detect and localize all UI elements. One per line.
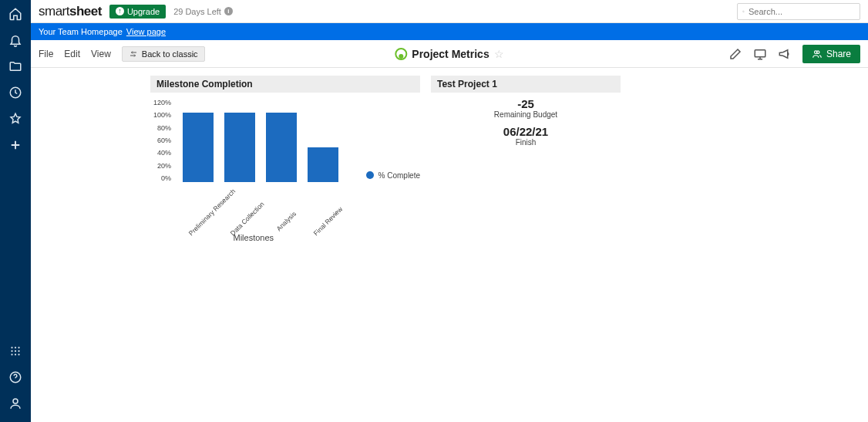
account-icon[interactable] [8, 396, 23, 411]
widget1-title: Milestone Completion [150, 76, 420, 93]
search-input[interactable] [749, 7, 855, 16]
page-title-group: Project Metrics ☆ [395, 48, 503, 60]
favorite-star-icon[interactable]: ☆ [494, 48, 504, 60]
share-button[interactable]: Share [802, 45, 860, 63]
add-icon[interactable] [8, 137, 23, 153]
chart-bar [266, 113, 297, 182]
chart-legend: % Complete [357, 93, 420, 242]
search-icon [742, 7, 745, 16]
upgrade-arrow-icon: ↑ [116, 7, 124, 15]
svg-point-3 [18, 346, 19, 348]
widget-test-project: Test Project 1 -25 Remaining Budget 06/2… [431, 76, 621, 242]
chart-y-tick: 100% [153, 111, 171, 119]
svg-point-12 [743, 11, 745, 12]
metric-finish-label: Finish [431, 138, 621, 147]
share-label: Share [826, 49, 851, 59]
bar-chart: 120%100%80%60%40%20%0% [150, 93, 357, 185]
announce-icon[interactable] [778, 47, 792, 61]
svg-point-9 [18, 353, 19, 355]
chart-x-axis: Preliminary ResearchData CollectionAnaly… [150, 188, 357, 196]
dashboard-content: Milestone Completion 120%100%80%60%40%20… [31, 68, 868, 422]
chart-bar [308, 147, 338, 182]
present-icon[interactable] [753, 47, 767, 61]
banner-view-link[interactable]: View page [126, 27, 166, 36]
team-banner: Your Team Homepage View page [31, 23, 868, 40]
chart-y-tick: 80% [157, 124, 171, 132]
chart-y-tick: 20% [157, 162, 171, 170]
brand-logo[interactable]: smartsheet [39, 4, 102, 19]
metric-budget-value: -25 [431, 97, 621, 110]
widget-milestone-completion: Milestone Completion 120%100%80%60%40%20… [150, 76, 420, 242]
metric-finish-value: 06/22/21 [431, 125, 621, 138]
svg-point-11 [13, 399, 18, 403]
svg-point-2 [15, 346, 16, 348]
back-label: Back to classic [142, 49, 198, 59]
legend-dot-icon [366, 171, 374, 179]
svg-rect-13 [755, 49, 765, 56]
help-icon[interactable] [8, 370, 23, 385]
chart-bar [224, 113, 255, 182]
chart-y-tick: 40% [157, 149, 171, 157]
trial-days-text: 29 Days Left i [173, 7, 233, 16]
chart-bar [183, 113, 214, 182]
svg-point-8 [15, 353, 16, 355]
chart-x-title: Milestones [150, 233, 357, 242]
chart-plot-area [174, 99, 338, 182]
bell-icon[interactable] [8, 32, 23, 48]
home-icon[interactable] [8, 6, 23, 22]
dashboard-icon [395, 48, 407, 60]
info-icon[interactable]: i [224, 7, 233, 15]
menu-edit[interactable]: Edit [64, 49, 80, 59]
page-title: Project Metrics [412, 48, 489, 60]
menu-view[interactable]: View [91, 49, 111, 59]
menu-file[interactable]: File [39, 49, 53, 59]
svg-point-1 [11, 346, 12, 348]
star-icon[interactable] [8, 111, 23, 127]
chart-y-tick: 60% [157, 137, 171, 144]
svg-point-6 [18, 350, 19, 352]
svg-point-5 [15, 350, 16, 352]
chart-y-tick: 0% [161, 174, 171, 182]
upgrade-label: Upgrade [127, 7, 160, 16]
back-to-classic-button[interactable]: Back to classic [122, 46, 205, 62]
chart-y-axis: 120%100%80%60%40%20%0% [153, 99, 174, 182]
upgrade-button[interactable]: ↑ Upgrade [109, 5, 166, 19]
main-area: smartsheet ↑ Upgrade 29 Days Left i Your… [31, 0, 868, 422]
legend-label: % Complete [378, 171, 420, 180]
left-nav-rail [0, 0, 31, 422]
folder-icon[interactable] [8, 59, 23, 74]
recent-icon[interactable] [8, 85, 23, 100]
chart-y-tick: 120% [153, 99, 171, 106]
search-box[interactable] [737, 3, 860, 20]
toolbar: File Edit View Back to classic Project M… [31, 40, 868, 68]
widget2-title: Test Project 1 [431, 76, 621, 93]
edit-icon[interactable] [728, 47, 742, 61]
metric-budget-label: Remaining Budget [431, 110, 621, 119]
svg-point-4 [11, 350, 12, 352]
banner-text: Your Team Homepage [39, 27, 123, 36]
swap-icon [129, 49, 138, 59]
top-bar: smartsheet ↑ Upgrade 29 Days Left i [31, 0, 868, 23]
svg-point-7 [11, 353, 12, 355]
people-icon [812, 49, 823, 59]
apps-icon[interactable] [8, 343, 23, 359]
